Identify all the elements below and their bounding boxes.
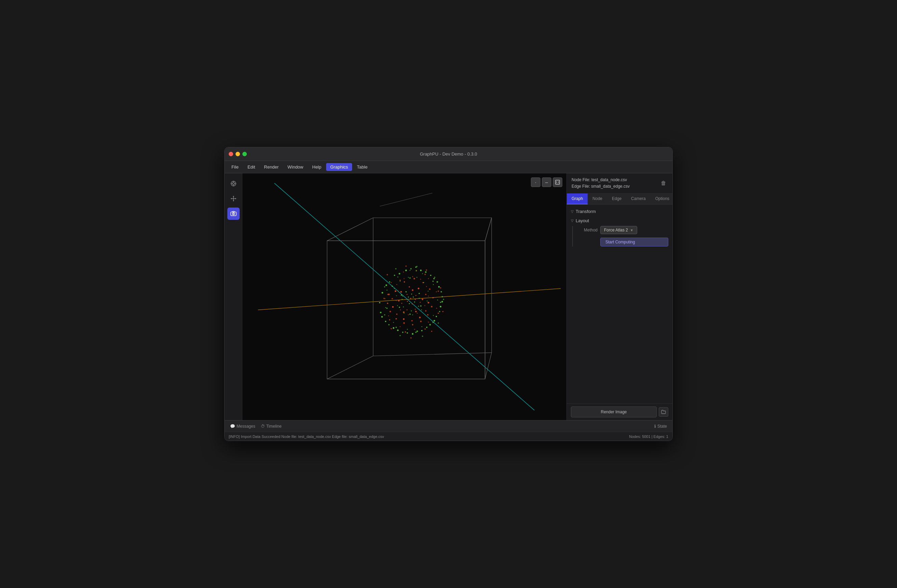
- svg-point-49: [399, 273, 400, 274]
- 3d-scene[interactable]: // This will be handled by SVG elements …: [242, 173, 566, 420]
- svg-point-120: [406, 294, 407, 295]
- state-icon: ℹ: [654, 424, 656, 429]
- status-bar: [INFO] Import Data Succeeded Node file: …: [225, 432, 672, 441]
- menu-edit[interactable]: Edit: [243, 163, 259, 171]
- tool-camera[interactable]: [227, 208, 240, 220]
- svg-point-134: [384, 314, 385, 315]
- svg-point-172: [408, 297, 409, 298]
- viewport-minus-btn[interactable]: –: [542, 178, 551, 187]
- svg-point-122: [415, 295, 416, 296]
- tab-graph[interactable]: Graph: [567, 193, 588, 204]
- timeline-button[interactable]: ⏱ Timeline: [261, 424, 282, 429]
- svg-point-200: [397, 305, 398, 306]
- svg-point-60: [407, 332, 408, 334]
- viewport-dot-btn[interactable]: ·: [531, 178, 540, 187]
- svg-point-30: [394, 275, 395, 276]
- svg-point-181: [396, 284, 397, 285]
- state-button[interactable]: ℹ State: [654, 424, 667, 429]
- panel-tabs: Graph Node Edge Camera Options: [567, 193, 672, 205]
- menu-render[interactable]: Render: [260, 163, 283, 171]
- render-image-button[interactable]: Render Image: [571, 406, 657, 417]
- menu-window[interactable]: Window: [283, 163, 307, 171]
- tool-move[interactable]: [227, 193, 240, 205]
- folder-button[interactable]: [659, 407, 668, 417]
- svg-point-190: [428, 291, 429, 292]
- maximize-button[interactable]: [242, 152, 247, 156]
- svg-point-128: [406, 309, 407, 311]
- viewport-expand-btn[interactable]: [553, 178, 562, 187]
- svg-point-115: [438, 291, 439, 292]
- svg-point-40: [421, 330, 422, 331]
- svg-point-132: [384, 286, 385, 288]
- svg-point-61: [397, 329, 399, 331]
- svg-point-97: [409, 314, 410, 315]
- tab-options[interactable]: Options: [651, 193, 672, 204]
- svg-point-161: [428, 322, 429, 323]
- svg-point-182: [400, 281, 401, 282]
- svg-point-68: [428, 302, 429, 303]
- viewport-controls: · –: [531, 178, 562, 187]
- app-window: GraphPU - Dev Demo - 0.3.0 File Edit Ren…: [224, 147, 673, 441]
- canvas-area[interactable]: · –: [242, 173, 566, 420]
- transform-section-header[interactable]: ▽ Transform: [571, 209, 668, 214]
- file-info: Node File: test_data_node.csv Edge File:…: [572, 177, 630, 190]
- layout-section-header[interactable]: ▽ Layout: [571, 218, 668, 223]
- start-computing-button[interactable]: Start Computing: [600, 237, 668, 247]
- render-section: Render Image: [567, 403, 672, 420]
- svg-point-55: [441, 301, 443, 303]
- dropdown-arrow-icon: ▼: [630, 228, 634, 232]
- svg-point-78: [413, 278, 415, 280]
- method-value: Force Atlas 2: [604, 228, 628, 233]
- menu-help[interactable]: Help: [308, 163, 325, 171]
- svg-point-44: [385, 321, 386, 322]
- svg-point-156: [433, 284, 434, 285]
- menu-file[interactable]: File: [227, 163, 243, 171]
- svg-point-143: [440, 287, 441, 288]
- svg-point-64: [400, 291, 402, 292]
- svg-point-92: [412, 289, 413, 291]
- svg-point-63: [381, 316, 383, 318]
- svg-point-177: [412, 303, 413, 305]
- tab-edge[interactable]: Edge: [607, 193, 626, 204]
- svg-point-114: [440, 302, 441, 303]
- method-row: Method Force Atlas 2 ▼: [577, 226, 668, 234]
- layout-triangle: ▽: [571, 219, 574, 222]
- svg-point-48: [389, 281, 390, 283]
- svg-point-203: [398, 291, 399, 292]
- svg-point-178: [409, 303, 410, 304]
- svg-marker-24: [485, 218, 491, 379]
- svg-point-158: [437, 300, 438, 300]
- svg-point-146: [416, 266, 418, 267]
- menu-table[interactable]: Table: [353, 163, 372, 171]
- svg-point-111: [425, 328, 426, 329]
- svg-line-27: [373, 353, 492, 356]
- minimize-button[interactable]: [236, 152, 240, 156]
- svg-point-84: [420, 321, 422, 322]
- tab-camera[interactable]: Camera: [626, 193, 651, 204]
- close-button[interactable]: [229, 152, 233, 156]
- svg-point-191: [428, 296, 429, 297]
- menu-graphics[interactable]: Graphics: [326, 163, 352, 171]
- svg-point-126: [415, 309, 416, 310]
- svg-point-124: [420, 302, 421, 303]
- svg-point-34: [433, 278, 435, 279]
- bottom-right: ℹ State: [654, 424, 667, 429]
- tool-target[interactable]: [227, 178, 240, 190]
- svg-point-152: [410, 270, 410, 271]
- svg-point-151: [403, 271, 404, 273]
- svg-point-38: [436, 316, 437, 317]
- messages-button[interactable]: 💬 Messages: [230, 424, 256, 429]
- svg-point-160: [433, 315, 434, 316]
- svg-point-163: [414, 329, 415, 330]
- layout-section-content: Method Force Atlas 2 ▼ Start Computing: [572, 226, 668, 247]
- svg-point-131: [402, 299, 403, 300]
- svg-point-70: [419, 317, 421, 318]
- method-dropdown[interactable]: Force Atlas 2 ▼: [600, 226, 637, 234]
- delete-file-button[interactable]: 🗑: [660, 179, 667, 187]
- svg-point-108: [395, 327, 397, 328]
- tab-node[interactable]: Node: [588, 193, 607, 204]
- svg-point-129: [403, 306, 404, 307]
- bottom-bar: 💬 Messages ⏱ Timeline ℹ State: [225, 420, 672, 432]
- svg-point-85: [412, 324, 413, 325]
- svg-point-29: [386, 285, 387, 286]
